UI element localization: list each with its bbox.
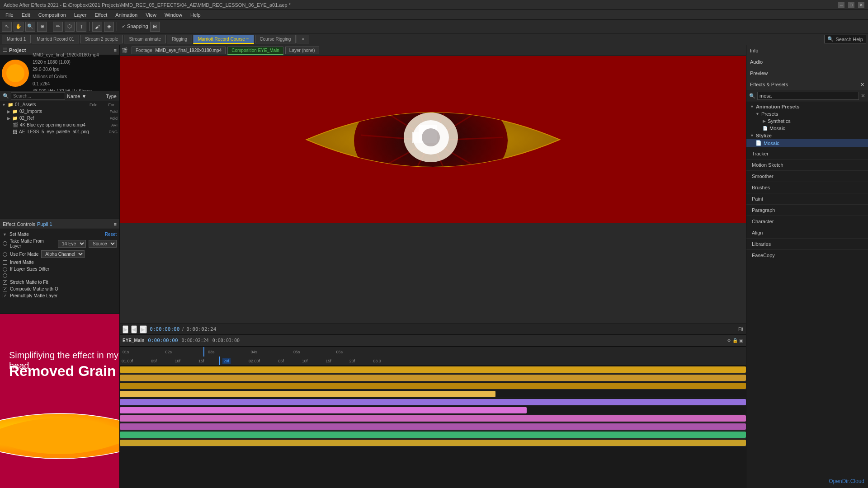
project-info: MMD_eye_final_1920x0180.mp4 868 x 488 … xyxy=(33,52,99,95)
ec-premultiply-check[interactable]: ✓ xyxy=(3,294,7,298)
track-bar-3 xyxy=(120,383,746,389)
ec-reset-btn[interactable]: Reset xyxy=(105,232,117,237)
menu-window[interactable]: Window xyxy=(161,11,186,19)
effects-presets-label: Effects & Presets xyxy=(750,82,788,87)
tree-item-video[interactable]: 🎬 4K Blue eye opening macro.mp4 AVI xyxy=(0,122,119,128)
ec-radio-usematte[interactable] xyxy=(3,252,7,257)
search-help-label[interactable]: Search Help xyxy=(835,37,863,42)
ec-source-dropdown[interactable]: Source xyxy=(89,240,117,248)
tab-stream-animate[interactable]: Stream animate xyxy=(124,35,166,43)
camera-tool[interactable]: ⊕ xyxy=(37,22,47,32)
preview-overlay: Simplifiying the effect in my head Remov… xyxy=(0,314,119,488)
maximize-button[interactable]: □ xyxy=(848,2,854,8)
preset-section-stylize[interactable]: ▼ Stylize xyxy=(746,132,868,139)
ec-invert-label: Invert Matte xyxy=(10,260,34,265)
footage-filename: MMD_eye_final_1920x0180.mp4 xyxy=(155,48,222,53)
tab-more[interactable]: » xyxy=(297,35,309,43)
tree-item-ref[interactable]: ▶ 📁 02_Ref Fold xyxy=(0,115,119,122)
nav-character[interactable]: Character xyxy=(746,216,868,227)
preset-item-mosaic-selected[interactable]: 📄 Mosaic xyxy=(746,139,868,147)
zoom-tool[interactable]: 🔍 xyxy=(25,22,35,32)
ec-menu[interactable]: ≡ xyxy=(114,221,117,227)
right-section-audio-header[interactable]: Audio xyxy=(746,56,868,67)
footage-tab[interactable]: Footage MMD_eye_final_1920x0180.mp4 xyxy=(132,47,226,54)
menu-file[interactable]: File xyxy=(2,11,17,19)
ec-radio-empty[interactable] xyxy=(3,273,7,278)
tab-marriott-course[interactable]: Marriott Record Course ≡ xyxy=(193,35,254,44)
nav-tracker[interactable]: Tracker xyxy=(746,148,868,160)
clone-tool[interactable]: ◈ xyxy=(104,22,114,32)
nav-smoother[interactable]: Smoother xyxy=(746,171,868,182)
text-tool[interactable]: T xyxy=(76,22,86,32)
ec-content: ▼ Set Matte Reset Take Matte From Layer … xyxy=(0,229,119,301)
paint-tool[interactable]: 🖌 xyxy=(92,22,102,32)
ec-invert-check[interactable] xyxy=(3,260,7,265)
tab-course-rigging[interactable]: Course Rigging xyxy=(255,35,296,43)
ec-radio-layersizes[interactable] xyxy=(3,267,7,272)
close-button[interactable]: ✕ xyxy=(858,2,864,8)
preview-label: Preview xyxy=(750,70,768,76)
nav-easecopy[interactable]: EaseCopy xyxy=(746,250,868,261)
ep-clear-btn[interactable]: ✕ xyxy=(861,93,865,99)
menu-layer[interactable]: Layer xyxy=(71,11,90,19)
comp-tab[interactable]: Composition EYE_Main xyxy=(227,47,283,55)
right-section-preview-header[interactable]: Preview xyxy=(746,68,868,79)
ec-radio-takematte[interactable] xyxy=(3,241,7,246)
nav-motion-sketch[interactable]: Motion Sketch xyxy=(746,160,868,171)
tab-stream2[interactable]: Stream 2 people xyxy=(80,35,123,43)
preset-section-animation[interactable]: ▼ Animation Presets xyxy=(746,103,868,110)
app-title: Adobe After Effects 2021 - E:\Dropbox\20… xyxy=(4,2,838,8)
selection-tool[interactable]: ↖ xyxy=(2,22,12,32)
minimize-button[interactable]: ─ xyxy=(838,2,844,8)
ep-search-input[interactable] xyxy=(757,92,859,100)
snap-toggle[interactable]: ⊞ xyxy=(150,22,160,32)
preset-item-mosaic1[interactable]: 📄 Mosaic xyxy=(746,125,868,132)
project-panel-menu[interactable]: ≡ xyxy=(114,47,117,53)
preset-sub-presets[interactable]: ▼ Presets xyxy=(746,110,868,117)
tab-rigging[interactable]: Rigging xyxy=(167,35,192,43)
menu-help[interactable]: Help xyxy=(187,11,204,19)
menu-edit[interactable]: Edit xyxy=(18,11,34,19)
tab-marriott-record[interactable]: Marriott Record 01 xyxy=(32,35,79,43)
tree-item-png[interactable]: 🖼 AE_LESS_5_eye_palette_a01.png PNG xyxy=(0,128,119,135)
pen-tool[interactable]: ✏ xyxy=(53,22,63,32)
right-section-info-header[interactable]: Info xyxy=(746,45,868,56)
nav-paragraph[interactable]: Paragraph xyxy=(746,205,868,216)
project-search-input[interactable] xyxy=(11,92,65,100)
shape-tool[interactable]: ⬡ xyxy=(65,22,75,32)
ec-eye-dropdown[interactable]: 14 Eye xyxy=(58,240,86,248)
tab-marriott1[interactable]: Marriott 1 xyxy=(2,35,31,43)
layer-tab[interactable]: Layer (none) xyxy=(285,47,319,54)
next-frame-btn[interactable]: ▶| xyxy=(140,325,147,333)
nav-align[interactable]: Align xyxy=(746,227,868,239)
ec-stretch-row: ✓ Stretch Matte to Fit xyxy=(3,279,117,286)
right-section-ep-header[interactable]: Effects & Presets ✕ xyxy=(746,79,868,90)
ec-takematte-label: Take Matte From Layer xyxy=(10,239,55,249)
ec-composite-check[interactable]: ✓ xyxy=(3,287,7,291)
nav-brushes[interactable]: Brushes xyxy=(746,182,868,193)
ec-stretch-check[interactable]: ✓ xyxy=(3,280,7,285)
ruler-20f2: 20f xyxy=(349,359,355,363)
ep-collapse-btn[interactable]: ✕ xyxy=(860,82,864,88)
mini-marker-6s: 06s xyxy=(336,350,343,354)
menu-view[interactable]: View xyxy=(142,11,160,19)
preset-label-animation: Animation Presets xyxy=(756,104,800,109)
nav-paint[interactable]: Paint xyxy=(746,193,868,205)
tree-item-assets[interactable]: ▼ 📁 01_Assets Fold For... xyxy=(0,101,119,108)
layer-tab-label: Layer (none) xyxy=(289,48,315,53)
menu-effect[interactable]: Effect xyxy=(91,11,111,19)
audio-label: Audio xyxy=(750,59,763,65)
comp-tab-label: Composition EYE_Main xyxy=(231,48,279,53)
preset-item-synthetics[interactable]: ▶ Synthetics xyxy=(746,117,868,125)
ec-alpha-dropdown[interactable]: Alpha Channel xyxy=(41,250,85,258)
track-row-4 xyxy=(120,390,746,398)
time-separator: / xyxy=(182,327,184,332)
ec-subtitle: Pupil 1 xyxy=(37,221,52,227)
nav-libraries[interactable]: Libraries xyxy=(746,239,868,250)
play-btn[interactable]: ▶ xyxy=(123,325,128,333)
hand-tool[interactable]: ✋ xyxy=(14,22,24,32)
menu-composition[interactable]: Composition xyxy=(35,11,70,19)
menu-animation[interactable]: Animation xyxy=(112,11,141,19)
prev-frame-btn[interactable]: ◀ xyxy=(131,325,137,333)
tree-item-imports[interactable]: ▶ 📁 02_Imports Fold xyxy=(0,108,119,115)
